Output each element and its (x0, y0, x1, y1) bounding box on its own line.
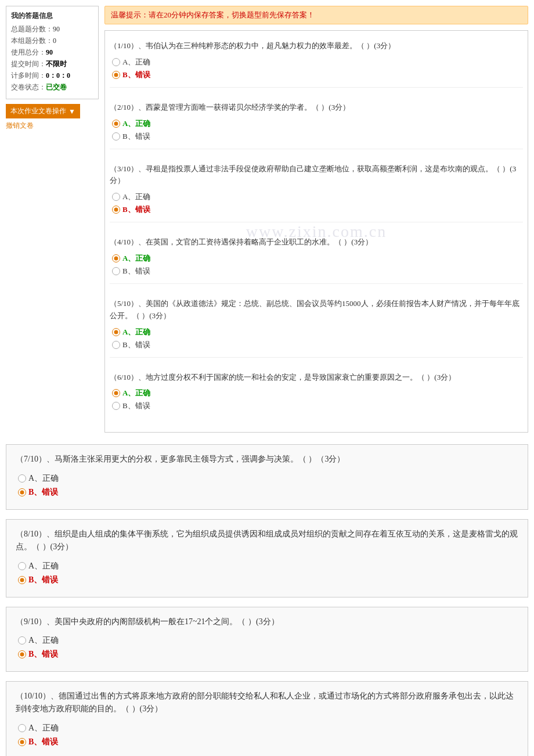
outer-option-row-8-0[interactable]: A、正确 (18, 561, 518, 571)
outer-question-text-9: （9/10）、美国中央政府的内阁部级机构一般在17~21个之间。（ ）(3分） (16, 615, 518, 628)
outer-options-10: A、正确B、错误 (16, 723, 518, 747)
inner-questions-container: （1/10）、韦伯认为在三种纯粹形态的权力中，超凡魅力权力的效率最差。（ ）(3… (110, 35, 523, 418)
sidebar-info-box: 我的答题信息 总题题分数：90 本组题分数：0 使用总分：90 提交时间：不限时… (6, 6, 99, 99)
option-row-6-0[interactable]: A、正确 (112, 388, 523, 398)
radio-icon-2-1[interactable] (112, 132, 120, 141)
option-label-5-1: B、错误 (122, 340, 150, 350)
question-block-4: （4/10）、在英国，文官的工资待遇保持着略高于企业职工的水准。（ ）(3分）A… (110, 232, 523, 284)
question-block-3: （3/10）、寻租是指投票人通过非法手段促使政府帮助自己建立垄断地位，获取高额垄… (110, 159, 523, 223)
radio-icon-3-0[interactable] (112, 193, 120, 201)
options-4: A、正确B、错误 (110, 253, 523, 276)
outer-radio-icon-9-1[interactable] (18, 650, 26, 658)
sidebar: 我的答题信息 总题题分数：90 本组题分数：0 使用总分：90 提交时间：不限时… (6, 6, 99, 433)
options-1: A、正确B、错误 (110, 57, 523, 80)
radio-icon-1-0[interactable] (112, 58, 120, 66)
outer-option-row-8-1[interactable]: B、错误 (18, 575, 518, 585)
question-text-1: （1/10）、韦伯认为在三种纯粹形态的权力中，超凡魅力权力的效率最差。（ ）(3… (110, 40, 523, 52)
outer-option-label-8-0: A、正确 (28, 561, 59, 571)
questions-inner: www.zixin.com.cn （1/10）、韦伯认为在三种纯粹形态的权力中，… (104, 30, 528, 433)
dropdown-icon: ▼ (68, 107, 75, 116)
option-label-2-0: A、正确 (122, 118, 150, 129)
question-block-1: （1/10）、韦伯认为在三种纯粹形态的权力中，超凡魅力权力的效率最差。（ ）(3… (110, 35, 523, 88)
option-label-1-1: B、错误 (122, 70, 150, 80)
option-label-2-1: B、错误 (122, 131, 150, 142)
outer-radio-icon-10-1[interactable] (18, 738, 26, 746)
outer-option-row-9-1[interactable]: B、错误 (18, 649, 518, 660)
outer-option-row-10-1[interactable]: B、错误 (18, 737, 518, 747)
outer-questions-section: （7/10）、马斯洛主张采用更大的分权，更多靠民主领导方式，强调参与决策。（ ）… (6, 438, 528, 756)
option-label-6-0: A、正确 (122, 388, 150, 398)
info-group-score: 本组题分数：0 (11, 36, 93, 46)
outer-questions-container: （7/10）、马斯洛主张采用更大的分权，更多靠民主领导方式，强调参与决策。（ ）… (6, 444, 528, 756)
radio-icon-5-0[interactable] (112, 328, 120, 336)
question-block-6: （6/10）、地方过度分权不利于国家的统一和社会的安定，是导致国家衰亡的重要原因… (110, 367, 523, 419)
outer-question-text-8: （8/10）、组织是由人组成的集体平衡系统，它为组织成员提供诱因和组成成员对组织… (16, 528, 518, 554)
option-row-4-0[interactable]: A、正确 (112, 253, 523, 264)
option-row-6-1[interactable]: B、错误 (112, 401, 523, 411)
options-5: A、正确B、错误 (110, 327, 523, 350)
question-text-5: （5/10）、美国的《从政道德法》规定：总统、副总统、国会议员等约15000人，… (110, 298, 523, 322)
radio-icon-6-1[interactable] (112, 402, 120, 410)
option-row-3-0[interactable]: A、正确 (112, 192, 523, 202)
operation-button-label: 本次作业文卷操作 (10, 106, 66, 116)
outer-question-block-9: （9/10）、美国中央政府的内阁部级机构一般在17~21个之间。（ ）(3分）A… (6, 607, 528, 672)
option-label-1-0: A、正确 (122, 57, 150, 67)
sidebar-title: 我的答题信息 (11, 11, 93, 21)
options-2: A、正确B、错误 (110, 118, 523, 142)
outer-radio-icon-7-1[interactable] (18, 488, 26, 496)
option-row-4-1[interactable]: B、错误 (112, 266, 523, 276)
info-total-score: 总题题分数：90 (11, 24, 93, 34)
question-block-2: （2/10）、西蒙是管理方面唯一获得诺贝尔经济学奖的学者。（ ）(3分）A、正确… (110, 97, 523, 149)
outer-option-row-9-0[interactable]: A、正确 (18, 635, 518, 646)
option-row-1-0[interactable]: A、正确 (112, 57, 523, 67)
outer-radio-icon-8-1[interactable] (18, 576, 26, 584)
info-used-score: 使用总分：90 (11, 48, 93, 57)
outer-option-row-7-1[interactable]: B、错误 (18, 487, 518, 498)
options-6: A、正确B、错误 (110, 388, 523, 411)
outer-question-text-7: （7/10）、马斯洛主张采用更大的分权，更多靠民主领导方式，强调参与决策。（ ）… (16, 453, 518, 466)
outer-option-row-10-0[interactable]: A、正确 (18, 723, 518, 733)
outer-options-7: A、正确B、错误 (16, 473, 518, 498)
option-label-3-1: B、错误 (122, 204, 150, 215)
radio-icon-4-0[interactable] (112, 254, 120, 262)
option-row-2-1[interactable]: B、错误 (112, 131, 523, 142)
outer-option-label-9-1: B、错误 (28, 649, 58, 660)
info-status: 交卷状态：已交卷 (11, 82, 93, 92)
outer-option-label-8-1: B、错误 (28, 575, 58, 585)
main-content: 温馨提示：请在20分钟内保存答案，切换题型前先保存答案！ www.zixin.c… (104, 6, 528, 433)
option-row-5-0[interactable]: A、正确 (112, 327, 523, 337)
outer-option-row-7-0[interactable]: A、正确 (18, 473, 518, 484)
outer-radio-icon-9-0[interactable] (18, 636, 26, 645)
outer-option-label-10-0: A、正确 (28, 723, 59, 733)
option-row-2-0[interactable]: A、正确 (112, 118, 523, 129)
radio-icon-3-1[interactable] (112, 206, 120, 214)
info-count-time: 计多时间：0：0：0 (11, 71, 93, 81)
withdraw-link[interactable]: 撤销文卷 (6, 121, 99, 131)
outer-radio-icon-8-0[interactable] (18, 562, 26, 570)
radio-icon-4-1[interactable] (112, 267, 120, 275)
radio-icon-2-0[interactable] (112, 120, 120, 128)
option-label-4-1: B、错误 (122, 266, 150, 276)
outer-options-9: A、正确B、错误 (16, 635, 518, 660)
radio-icon-5-1[interactable] (112, 341, 120, 349)
outer-radio-icon-10-0[interactable] (18, 724, 26, 732)
top-section: 我的答题信息 总题题分数：90 本组题分数：0 使用总分：90 提交时间：不限时… (6, 6, 528, 433)
option-row-1-1[interactable]: B、错误 (112, 70, 523, 80)
warning-box: 温馨提示：请在20分钟内保存答案，切换题型前先保存答案！ (104, 6, 528, 24)
question-text-3: （3/10）、寻租是指投票人通过非法手段促使政府帮助自己建立垄断地位，获取高额垄… (110, 163, 523, 188)
radio-icon-1-1[interactable] (112, 71, 120, 79)
operation-button[interactable]: 本次作业文卷操作 ▼ (6, 104, 80, 118)
question-block-5: （5/10）、美国的《从政道德法》规定：总统、副总统、国会议员等约15000人，… (110, 293, 523, 358)
outer-question-block-8: （8/10）、组织是由人组成的集体平衡系统，它为组织成员提供诱因和组成成员对组织… (6, 519, 528, 597)
outer-radio-icon-7-0[interactable] (18, 474, 26, 483)
outer-question-block-10: （10/10）、德国通过出售的方式将原来地方政府的部分职能转交给私人和私人企业，… (6, 681, 528, 756)
question-text-4: （4/10）、在英国，文官的工资待遇保持着略高于企业职工的水准。（ ）(3分） (110, 236, 523, 249)
radio-icon-6-0[interactable] (112, 389, 120, 397)
question-text-2: （2/10）、西蒙是管理方面唯一获得诺贝尔经济学奖的学者。（ ）(3分） (110, 102, 523, 114)
outer-question-text-10: （10/10）、德国通过出售的方式将原来地方政府的部分职能转交给私人和私人企业，… (16, 690, 518, 716)
option-label-4-0: A、正确 (122, 253, 150, 264)
option-row-3-1[interactable]: B、错误 (112, 204, 523, 215)
option-row-5-1[interactable]: B、错误 (112, 340, 523, 350)
info-submit-time: 提交时间：不限时 (11, 59, 93, 69)
outer-option-label-9-0: A、正确 (28, 635, 59, 646)
